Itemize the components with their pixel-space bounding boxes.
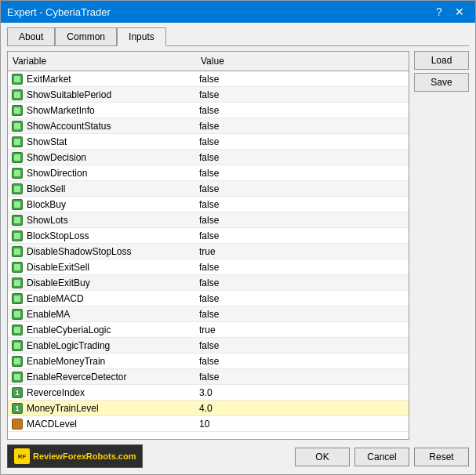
var-name: ShowMarketInfo [27,105,95,116]
var-name: EnableReverceDetector [27,372,126,383]
var-cell: ReverceIndex [8,386,196,400]
var-name: BlockStopLoss [27,230,89,241]
var-cell: EnableMACD [8,292,196,306]
var-name: DisableShadowStopLoss [27,246,131,257]
val-cell: false [196,73,409,85]
table-row[interactable]: EnableMAfalse [8,306,409,322]
table-row[interactable]: ShowDecisionfalse [8,150,409,165]
val-cell: false [196,355,409,368]
bool-icon [12,372,23,383]
bool-icon [12,293,23,304]
val-cell: false [196,371,409,383]
var-cell: ShowAccountStatus [8,119,196,133]
tab-bar: About Common Inputs [7,27,469,46]
table-row[interactable]: BlockBuyfalse [8,197,409,212]
var-name: EnableMA [27,309,70,320]
tab-common[interactable]: Common [55,27,117,46]
bool-icon [12,215,23,226]
close-button[interactable]: ✕ [450,4,469,20]
val-cell: false [196,308,409,321]
num-icon [12,387,23,398]
table-row[interactable]: ExitMarketfalse [8,71,409,87]
title-bar-buttons: ? ✕ [430,4,469,20]
review-logo-icon: RF [14,448,30,464]
val-cell: false [196,136,409,148]
bottom-bar: RF ReviewForexRobots.com OK Cancel Reset [7,444,469,468]
table-row[interactable]: BlockSellfalse [8,181,409,197]
var-cell: EnableCyberiaLogic [8,323,196,337]
variables-table: Variable Value ExitMarketfalseShowSuitab… [7,51,409,440]
var-name: ShowLots [27,215,68,226]
table-row[interactable]: MoneyTrainLevel4.0 [8,401,409,416]
table-header: Variable Value [8,52,409,71]
table-row[interactable]: ReverceIndex3.0 [8,385,409,401]
val-cell: 4.0 [196,402,409,415]
side-buttons: Load Save [414,51,469,440]
header-variable: Variable [8,54,196,68]
bool-icon [12,277,23,288]
table-row[interactable]: BlockStopLossfalse [8,228,409,244]
table-row[interactable]: DisableShadowStopLosstrue [8,244,409,259]
table-row[interactable]: EnableCyberiaLogictrue [8,322,409,338]
val-cell: false [196,151,409,164]
save-button[interactable]: Save [414,73,469,92]
table-row[interactable]: EnableLogicTradingfalse [8,338,409,354]
table-row[interactable]: ShowStatfalse [8,134,409,150]
table-row[interactable]: EnableMACDfalse [8,291,409,306]
val-cell: false [196,104,409,117]
table-row[interactable]: MACDLevel10 [8,416,409,432]
table-row[interactable]: ShowSuitablePeriodfalse [8,87,409,103]
var-name: ExitMarket [27,74,71,85]
var-cell: ShowSuitablePeriod [8,88,196,102]
special-icon [12,419,23,430]
bool-icon [12,230,23,241]
num-icon [12,403,23,414]
reset-button[interactable]: Reset [414,448,469,466]
bool-icon [12,356,23,367]
val-cell: false [196,120,409,132]
var-cell: MoneyTrainLevel [8,401,196,415]
var-cell: ShowStat [8,135,196,149]
tab-inputs[interactable]: Inputs [117,27,166,46]
var-name: ShowDecision [27,152,86,163]
content-area: About Common Inputs Variable Value ExitM… [1,23,475,474]
bool-icon [12,136,23,147]
var-cell: ShowMarketInfo [8,103,196,118]
bool-icon [12,89,23,100]
bool-icon [12,325,23,335]
load-button[interactable]: Load [414,51,469,70]
val-cell: 3.0 [196,386,409,399]
bool-icon [12,199,23,210]
var-cell: DisableExitSell [8,260,196,274]
table-row[interactable]: DisableExitBuyfalse [8,275,409,291]
val-cell: false [196,89,409,101]
tab-about[interactable]: About [7,27,55,46]
help-button[interactable]: ? [430,4,449,20]
review-banner: RF ReviewForexRobots.com [7,444,143,468]
var-name: EnableMoneyTrain [27,356,105,367]
table-row[interactable]: DisableExitSellfalse [8,259,409,275]
val-cell: false [196,261,409,274]
table-row[interactable]: ShowAccountStatusfalse [8,118,409,134]
cancel-button[interactable]: Cancel [354,448,409,466]
var-cell: ExitMarket [8,72,196,86]
var-name: MACDLevel [27,419,77,430]
var-cell: ShowLots [8,213,196,227]
var-cell: BlockStopLoss [8,229,196,243]
var-name: DisableExitBuy [27,277,90,288]
bool-icon [12,105,23,116]
table-row[interactable]: ShowMarketInfofalse [8,103,409,118]
val-cell: false [196,198,409,211]
table-row[interactable]: EnableMoneyTrainfalse [8,354,409,369]
table-row[interactable]: ShowDirectionfalse [8,165,409,181]
table-row[interactable]: EnableReverceDetectorfalse [8,369,409,385]
table-row[interactable]: ShowLotsfalse [8,212,409,228]
val-cell: false [196,183,409,195]
table-scroll-area[interactable]: ExitMarketfalseShowSuitablePeriodfalseSh… [8,71,409,439]
bool-icon [12,340,23,351]
var-cell: EnableMoneyTrain [8,354,196,368]
ok-button[interactable]: OK [295,448,350,466]
var-name: EnableMACD [27,293,84,304]
val-cell: true [196,245,409,258]
var-name: MoneyTrainLevel [27,403,99,414]
